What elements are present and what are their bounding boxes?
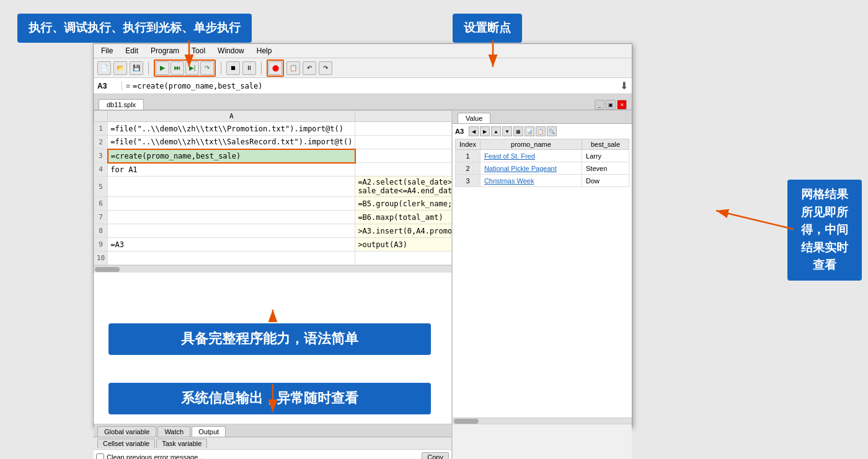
open-btn[interactable]: 📂 [113, 61, 127, 75]
cell-a[interactable] [108, 211, 355, 224]
subtab-cellset[interactable]: Cellset variable [97, 439, 155, 448]
cell-a[interactable] [108, 197, 355, 211]
value-header: A3 ◀ ▶ ▲ ▼ ▦ 📊 📋 🔍 [455, 126, 629, 136]
close-btn[interactable]: ✕ [617, 100, 627, 110]
row-num: 10 [94, 251, 108, 265]
value-row-promo[interactable]: Feast of St. Fred [480, 150, 582, 162]
prev-btn[interactable]: ◀ [469, 126, 479, 136]
value-col-promo: promo_name [480, 139, 582, 150]
row-num: 2 [94, 136, 108, 149]
cell-a[interactable] [108, 251, 355, 265]
row-num: 9 [94, 238, 108, 251]
run-btn[interactable]: ▶ [156, 61, 169, 75]
cell-a[interactable]: =file("..\\demo\\zh\\txt\\Promotion.txt"… [108, 122, 355, 136]
restore-btn[interactable]: ▣ [606, 100, 616, 110]
cell-b[interactable] [355, 163, 452, 177]
cell-b[interactable]: =A2.select(sale_date>=A4.start_date && s… [355, 177, 452, 197]
toolbar: 📄 📂 💾 ▶ ⏭ ▶| ↷ ⏹ ⏸ ⬤ 📋 ↶ ↷ [94, 58, 632, 78]
menu-window[interactable]: Window [215, 45, 247, 56]
cell-ref: A3 [97, 82, 122, 90]
bottom-subtabs: Cellset variable Task variable [94, 437, 451, 450]
redo-btn[interactable]: ↷ [319, 61, 332, 75]
output-label: Clean previous error message... [107, 453, 422, 459]
next-btn[interactable]: ▶ [480, 126, 490, 136]
cell-b[interactable] [355, 251, 452, 265]
down-btn[interactable]: ▼ [502, 126, 512, 136]
subtab-task[interactable]: Task variable [156, 439, 207, 448]
row-num: 1 [94, 122, 108, 136]
value-row-idx: 1 [456, 150, 480, 162]
copy-value-btn[interactable]: 📋 [536, 126, 546, 136]
cell-a[interactable] [108, 224, 355, 238]
cell-b[interactable] [355, 136, 452, 149]
cell-b[interactable] [355, 149, 452, 163]
sheet-table: A B 1=file("..\\demo\\zh\\txt\\Promotion… [94, 110, 452, 265]
annotation-top-left: 执行、调试执行、执行到光标、单步执行 [17, 14, 252, 43]
row-num: 3 [94, 149, 108, 163]
tab-output[interactable]: Output [192, 426, 226, 437]
cell-a[interactable]: =create(promo_name,best_sale) [108, 149, 355, 163]
ide-window: File Edit Program Tool Window Help 📄 📂 💾… [93, 43, 632, 427]
row-num: 4 [94, 163, 108, 177]
cell-b[interactable]: >A3.insert(0,A4.promo_name,B7.clerk_name… [355, 224, 452, 238]
svg-line-3 [716, 211, 794, 229]
tab-bar: db11.splx _ ▣ ✕ [94, 94, 632, 110]
value-row-promo[interactable]: National Pickle Pageant [480, 162, 582, 175]
value-cell-ref: A3 [455, 128, 464, 135]
pause-btn[interactable]: ⏸ [242, 61, 256, 75]
menu-edit[interactable]: Edit [123, 45, 141, 56]
cell-b[interactable]: =B5.group(clerk_name;~.sum(sale_amt):tot… [355, 197, 452, 211]
annotation-bottom-center: 具备完整程序能力，语法简单 [108, 323, 431, 355]
up-btn[interactable]: ▲ [491, 126, 501, 136]
menu-file[interactable]: File [99, 45, 115, 56]
cell-a[interactable]: =A3 [108, 238, 355, 251]
value-scrollbar-thumb[interactable] [454, 419, 479, 424]
value-row-best: Steven [582, 162, 629, 175]
cell-a[interactable]: for A1 [108, 163, 355, 177]
menu-help[interactable]: Help [254, 45, 275, 56]
value-h-scrollbar[interactable] [453, 417, 632, 424]
value-grid: Index promo_name best_sale 1Feast of St.… [455, 139, 629, 187]
run-group: ▶ ⏭ ▶| ↷ [154, 59, 216, 77]
debug-run-btn[interactable]: ⏭ [170, 61, 184, 75]
scroll-down-icon[interactable]: ⬇ [620, 80, 628, 92]
content-area: A B 1=file("..\\demo\\zh\\txt\\Promotion… [94, 110, 632, 424]
scrollbar-thumb[interactable] [95, 267, 120, 272]
clear-checkbox[interactable] [96, 453, 104, 460]
stop-btn[interactable]: ⏹ [226, 61, 240, 75]
cell-b[interactable] [355, 122, 452, 136]
search-btn[interactable]: 🔍 [547, 126, 557, 136]
value-row-promo[interactable]: Christmas Week [480, 175, 582, 187]
tab-watch[interactable]: Watch [157, 426, 190, 437]
bottom-left: Global variable Watch Output Cellset var… [94, 424, 452, 459]
value-nav-btns: ◀ ▶ ▲ ▼ ▦ 📊 📋 🔍 [469, 126, 557, 136]
file-tab[interactable]: db11.splx [99, 99, 144, 110]
cell-a[interactable]: =file("..\\demo\\zh\\txt\\SalesRecord.tx… [108, 136, 355, 149]
menu-program[interactable]: Program [148, 45, 182, 56]
grid-btn[interactable]: ▦ [513, 126, 523, 136]
cell-b[interactable]: =B6.maxp(total_amt) [355, 211, 452, 224]
col-header-b: B [355, 111, 452, 122]
spreadsheet: A B 1=file("..\\demo\\zh\\txt\\Promotion… [94, 110, 452, 424]
run-to-cursor-btn[interactable]: ▶| [185, 61, 199, 75]
chart-btn[interactable]: 📊 [525, 126, 534, 136]
tab-global[interactable]: Global variable [97, 426, 156, 437]
horizontal-scrollbar[interactable] [94, 265, 451, 273]
row-num: 7 [94, 211, 108, 224]
minimize-btn[interactable]: _ [595, 100, 604, 110]
cell-a[interactable] [108, 177, 355, 197]
annotation-right: 网格结果所见即所得，中间结果实时查看 [787, 180, 862, 281]
copy-toolbar-btn[interactable]: 📋 [286, 61, 300, 75]
copy-button[interactable]: Copy [422, 452, 449, 459]
save-btn[interactable]: 💾 [130, 61, 143, 75]
new-btn[interactable]: 📄 [97, 61, 111, 75]
right-label: 网格结果所见即所得，中间结果实时查看 [801, 188, 848, 271]
menu-tool[interactable]: Tool [189, 45, 208, 56]
cell-b[interactable]: >output(A3) [355, 238, 452, 251]
row-num: 5 [94, 177, 108, 197]
step-btn[interactable]: ↷ [200, 61, 214, 75]
undo-btn[interactable]: ↶ [303, 61, 316, 75]
breakpoint-btn[interactable]: ⬤ [268, 61, 282, 75]
value-row-idx: 3 [456, 175, 480, 187]
value-tab[interactable]: Value [458, 113, 490, 123]
